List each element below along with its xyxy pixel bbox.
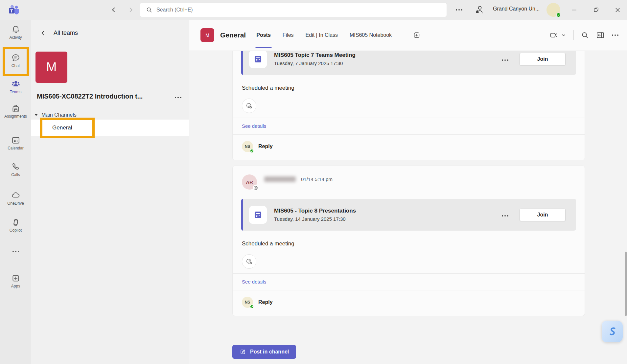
chevron-down-icon bbox=[561, 33, 566, 38]
team-avatar[interactable]: M bbox=[35, 52, 67, 83]
tab-edit-in-class[interactable]: Edit | In Class bbox=[306, 20, 338, 51]
apps-plus-icon bbox=[11, 274, 20, 283]
window-restore-icon[interactable] bbox=[590, 4, 602, 16]
copilot-icon bbox=[11, 218, 20, 227]
rail-label: Copilot bbox=[0, 228, 31, 233]
all-teams-back-button[interactable]: All teams bbox=[40, 30, 78, 36]
rail-label: OneDrive bbox=[0, 201, 31, 206]
tab-mis605-notebook[interactable]: MIS605 Notebook bbox=[350, 20, 392, 51]
tab-files[interactable]: Files bbox=[283, 20, 294, 51]
app-rail: Activity Chat Teams Assignments Calendar… bbox=[0, 20, 31, 364]
rail-label: Teams bbox=[0, 90, 31, 94]
calendar-icon bbox=[11, 136, 20, 145]
presence-available-icon bbox=[250, 305, 254, 309]
open-side-panel-icon[interactable] bbox=[596, 31, 605, 39]
see-details-link[interactable]: See details bbox=[233, 274, 585, 290]
teams-logo-icon bbox=[8, 4, 20, 16]
vertical-scrollbar[interactable] bbox=[625, 252, 627, 316]
title-bar: Grand Canyon Un... bbox=[0, 0, 627, 20]
titlebar-more-icon[interactable] bbox=[454, 5, 464, 14]
forward-nav-icon[interactable] bbox=[126, 5, 136, 15]
channel-avatar: M bbox=[200, 28, 214, 42]
meeting-datetime: Tuesday, 14 January 2025 17:30 bbox=[274, 216, 502, 223]
meeting-title[interactable]: MIS605 Topic 7 Teams Meeting bbox=[274, 51, 502, 59]
join-meeting-button[interactable]: Join bbox=[520, 53, 566, 65]
team-more-icon[interactable] bbox=[173, 94, 183, 100]
scribe-widget-icon[interactable] bbox=[602, 321, 623, 342]
meeting-calendar-icon bbox=[249, 51, 267, 68]
post-in-channel-button[interactable]: Post in channel bbox=[232, 345, 296, 359]
meeting-calendar-icon bbox=[249, 206, 267, 224]
author-name-redacted bbox=[264, 176, 296, 182]
join-meeting-button[interactable]: Join bbox=[520, 209, 566, 221]
window-minimize-icon[interactable] bbox=[568, 4, 580, 16]
search-input[interactable] bbox=[156, 7, 386, 13]
add-reaction-icon[interactable] bbox=[242, 254, 256, 269]
rail-label: Calendar bbox=[0, 146, 31, 150]
rail-label: Calls bbox=[0, 172, 31, 177]
header-divider bbox=[573, 30, 574, 40]
team-sidebar: All teams M MIS605-XC0822T2 Introduction… bbox=[31, 20, 189, 364]
sidebar-item-onedrive[interactable]: OneDrive bbox=[0, 191, 31, 206]
search-channel-icon[interactable] bbox=[581, 31, 589, 39]
sidebar-item-chat[interactable]: Chat bbox=[0, 53, 31, 68]
sidebar-item-teams[interactable]: Teams bbox=[0, 80, 31, 94]
meeting-card[interactable]: MIS605 Topic 7 Teams Meeting Tuesday, 7 … bbox=[241, 51, 576, 75]
reply-button[interactable]: Reply bbox=[258, 144, 273, 149]
search-bar[interactable] bbox=[140, 3, 447, 17]
sidebar-item-calls[interactable]: Calls bbox=[0, 162, 31, 177]
rail-label: Assignments bbox=[0, 114, 31, 119]
team-name: MIS605-XC0822T2 Introduction t... bbox=[37, 93, 143, 100]
channel-more-icon[interactable] bbox=[612, 34, 618, 36]
backpack-icon bbox=[11, 104, 20, 113]
author-avatar[interactable]: AR bbox=[242, 174, 257, 190]
meeting-accent-bar bbox=[241, 199, 243, 231]
add-tab-icon[interactable] bbox=[413, 31, 421, 39]
meeting-more-icon[interactable] bbox=[502, 212, 508, 218]
chat-bubble-icon bbox=[11, 53, 20, 62]
rail-more-icon[interactable] bbox=[0, 248, 31, 254]
post-timestamp: 01/14 5:14 pm bbox=[301, 176, 333, 182]
meeting-card[interactable]: MIS605 - Topic 8 Presentations Tuesday, … bbox=[241, 199, 576, 231]
cloud-icon bbox=[11, 191, 20, 200]
reply-row[interactable]: NS Reply bbox=[233, 135, 585, 160]
meet-camera-icon[interactable] bbox=[550, 31, 566, 39]
account-avatar[interactable] bbox=[546, 3, 560, 17]
reply-avatar: NS bbox=[242, 297, 253, 308]
sidebar-item-assignments[interactable]: Assignments bbox=[0, 104, 31, 119]
tab-posts[interactable]: Posts bbox=[256, 20, 271, 51]
channel-header: M General Posts Files Edit | In Class MI… bbox=[189, 20, 627, 51]
phone-icon bbox=[11, 162, 20, 171]
reply-row[interactable]: NS Reply bbox=[233, 290, 585, 316]
sidebar-item-activity[interactable]: Activity bbox=[0, 25, 31, 40]
add-reaction-icon[interactable] bbox=[242, 99, 256, 113]
window-close-icon[interactable] bbox=[612, 4, 623, 16]
see-details-link[interactable]: See details bbox=[233, 118, 585, 134]
compose-icon bbox=[240, 349, 246, 355]
rail-label: Apps bbox=[0, 284, 31, 288]
posts-list[interactable]: MIS605 Topic 7 Teams Meeting Tuesday, 7 … bbox=[189, 51, 627, 364]
reply-button[interactable]: Reply bbox=[258, 299, 273, 305]
back-nav-icon[interactable] bbox=[108, 5, 119, 15]
channel-tabs: Posts Files Edit | In Class MIS605 Noteb… bbox=[256, 20, 421, 51]
meeting-more-icon[interactable] bbox=[502, 56, 508, 62]
people-icon bbox=[11, 80, 20, 89]
account-name[interactable]: Grand Canyon Un... bbox=[493, 6, 540, 12]
main-channels-section-toggle[interactable]: Main Channels bbox=[34, 112, 77, 118]
teams-app-window: { "titlebar": { "search_placeholder": "S… bbox=[0, 0, 627, 364]
rail-label: Activity bbox=[0, 35, 31, 40]
post-item: AR 01/14 5:14 pm MIS605 - Topic 8 Presen… bbox=[232, 166, 585, 316]
chevron-left-icon bbox=[40, 30, 46, 36]
sidebar-item-calendar[interactable]: Calendar bbox=[0, 136, 31, 150]
meeting-accent-bar bbox=[241, 51, 243, 75]
channel-main: M General Posts Files Edit | In Class MI… bbox=[189, 20, 627, 364]
meeting-title[interactable]: MIS605 - Topic 8 Presentations bbox=[274, 207, 502, 215]
sidebar-item-apps[interactable]: Apps bbox=[0, 274, 31, 288]
chevron-down-icon bbox=[34, 113, 38, 117]
presence-available-icon bbox=[556, 12, 561, 17]
sidebar-item-copilot[interactable]: Copilot bbox=[0, 218, 31, 233]
channel-item-general[interactable]: General bbox=[31, 120, 189, 136]
bell-icon bbox=[11, 25, 20, 34]
people-status-icon[interactable] bbox=[474, 4, 485, 16]
post-body-text: Scheduled a meeting bbox=[242, 240, 585, 247]
